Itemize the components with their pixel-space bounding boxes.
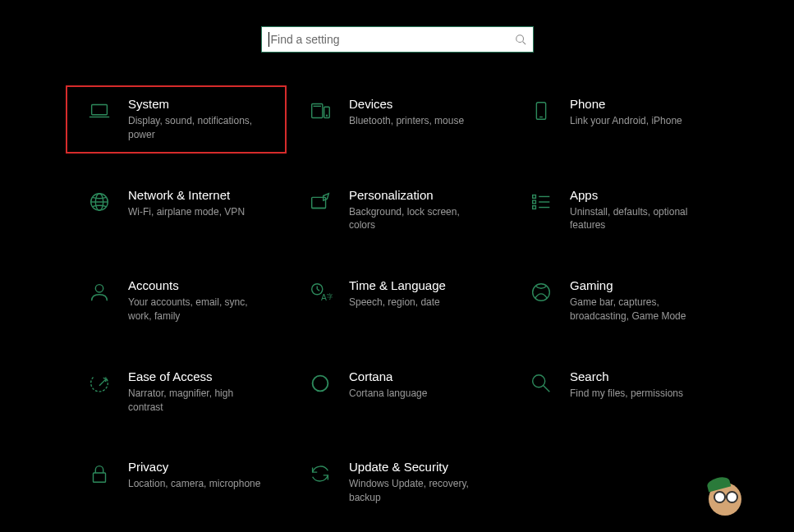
category-title: Phone bbox=[570, 97, 682, 111]
category-ease[interactable]: Ease of Access Narrator, magnifier, high… bbox=[66, 358, 287, 426]
cortana-icon bbox=[306, 371, 334, 399]
sync-icon bbox=[306, 461, 334, 489]
category-desc: Find my files, permissions bbox=[570, 387, 683, 401]
category-desc: Link your Android, iPhone bbox=[570, 114, 682, 128]
svg-line-24 bbox=[317, 289, 319, 291]
category-title: Accounts bbox=[128, 278, 268, 292]
category-cortana[interactable]: Cortana Cortana language bbox=[287, 358, 507, 426]
category-devices[interactable]: Devices Bluetooth, printers, mouse bbox=[287, 85, 507, 154]
category-title: Update & Security bbox=[349, 460, 489, 474]
category-title: System bbox=[128, 97, 268, 111]
xbox-icon bbox=[527, 280, 555, 308]
category-desc: Display, sound, notifications, power bbox=[128, 114, 268, 142]
category-phone[interactable]: Phone Link your Android, iPhone bbox=[507, 85, 728, 154]
svg-rect-32 bbox=[94, 473, 106, 482]
category-desc: Narrator, magnifier, high contrast bbox=[128, 387, 268, 415]
apps-list-icon bbox=[527, 190, 555, 218]
search-icon bbox=[527, 371, 555, 399]
category-title: Privacy bbox=[128, 460, 260, 474]
category-gaming[interactable]: Gaming Game bar, captures, broadcasting,… bbox=[507, 267, 728, 335]
category-desc: Wi-Fi, airplane mode, VPN bbox=[128, 205, 245, 219]
category-title: Search bbox=[570, 369, 683, 383]
lock-icon bbox=[85, 461, 113, 489]
svg-point-7 bbox=[327, 115, 328, 116]
phone-icon bbox=[527, 99, 555, 126]
category-time[interactable]: A 字 Time & Language Speech, region, date bbox=[287, 267, 507, 335]
ease-of-access-icon bbox=[85, 371, 113, 399]
category-apps[interactable]: Apps Uninstall, defaults, optional featu… bbox=[507, 177, 728, 245]
person-icon bbox=[85, 280, 113, 308]
category-title: Devices bbox=[349, 97, 464, 111]
svg-line-1 bbox=[522, 42, 526, 45]
category-desc: Location, camera, microphone bbox=[128, 477, 260, 491]
category-network[interactable]: Network & Internet Wi-Fi, airplane mode,… bbox=[66, 177, 287, 245]
category-title: Ease of Access bbox=[128, 369, 268, 383]
category-system[interactable]: System Display, sound, notifications, po… bbox=[66, 85, 287, 154]
svg-line-28 bbox=[99, 378, 106, 385]
category-privacy[interactable]: Privacy Location, camera, microphone bbox=[66, 448, 287, 516]
search-box[interactable] bbox=[261, 26, 534, 53]
devices-icon bbox=[306, 99, 334, 126]
category-title: Personalization bbox=[349, 188, 489, 202]
svg-rect-17 bbox=[533, 205, 536, 209]
category-desc: Game bar, captures, broadcasting, Game M… bbox=[570, 296, 709, 323]
category-title: Network & Internet bbox=[128, 188, 245, 202]
paintbrush-icon bbox=[306, 190, 334, 218]
category-desc: Your accounts, email, sync, work, family bbox=[128, 296, 268, 323]
category-desc: Cortana language bbox=[349, 387, 427, 401]
categories-grid: System Display, sound, notifications, po… bbox=[0, 85, 794, 516]
category-search[interactable]: Search Find my files, permissions bbox=[507, 358, 728, 426]
category-title: Gaming bbox=[570, 278, 709, 292]
category-accounts[interactable]: Accounts Your accounts, email, sync, wor… bbox=[66, 267, 287, 335]
category-personalization[interactable]: Personalization Background, lock screen,… bbox=[287, 177, 507, 245]
globe-icon bbox=[85, 190, 113, 218]
svg-point-21 bbox=[95, 285, 103, 292]
category-title: Apps bbox=[570, 188, 709, 202]
svg-point-0 bbox=[516, 35, 523, 43]
category-title: Cortana bbox=[349, 369, 427, 383]
category-update[interactable]: Update & Security Windows Update, recove… bbox=[287, 448, 507, 516]
svg-point-30 bbox=[533, 374, 545, 387]
category-desc: Uninstall, defaults, optional features bbox=[570, 205, 709, 233]
search-icon bbox=[515, 34, 526, 45]
category-title: Time & Language bbox=[349, 278, 446, 292]
svg-rect-2 bbox=[92, 105, 108, 115]
search-input[interactable] bbox=[269, 33, 515, 46]
svg-line-31 bbox=[544, 386, 550, 392]
svg-rect-15 bbox=[533, 195, 536, 198]
search-container bbox=[0, 0, 794, 85]
svg-rect-16 bbox=[533, 200, 536, 204]
category-desc: Background, lock screen, colors bbox=[349, 205, 489, 233]
category-desc: Bluetooth, printers, mouse bbox=[349, 114, 464, 128]
category-desc: Speech, region, date bbox=[349, 296, 446, 310]
svg-point-29 bbox=[313, 375, 328, 391]
mascot-avatar bbox=[705, 476, 745, 516]
svg-text:字: 字 bbox=[327, 293, 333, 300]
laptop-icon bbox=[85, 99, 113, 126]
time-language-icon: A 字 bbox=[306, 280, 334, 308]
category-desc: Windows Update, recovery, backup bbox=[349, 477, 489, 505]
